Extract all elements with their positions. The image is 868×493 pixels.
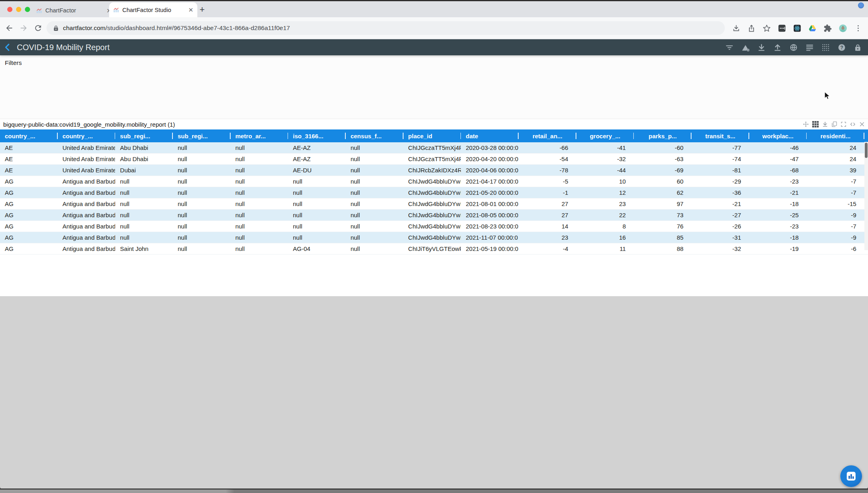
back-chevron-icon[interactable]: [3, 42, 12, 52]
bookmark-star-icon[interactable]: [763, 24, 771, 32]
table-cell: 10: [576, 176, 634, 187]
column-header[interactable]: grocery_...: [576, 129, 634, 142]
table-cell: 8: [576, 221, 634, 232]
column-header[interactable]: metro_ar...: [231, 129, 288, 142]
move-icon[interactable]: [803, 121, 809, 127]
download-icon[interactable]: [758, 44, 765, 51]
code-icon[interactable]: [850, 121, 856, 127]
google-drive-extension-icon[interactable]: [808, 24, 817, 32]
table-cell: null: [115, 221, 173, 232]
table-row[interactable]: AGAntigua and BarbudSaint JohnnullnullAG…: [0, 243, 868, 255]
download-icon[interactable]: [822, 121, 828, 127]
minimize-window-button[interactable]: [16, 7, 21, 12]
filter-icon[interactable]: [726, 44, 733, 51]
table-row[interactable]: AEUnited Arab EmirateAbu DhabinullnullAE…: [0, 142, 868, 154]
close-icon[interactable]: [859, 121, 865, 127]
react-devtools-extension-icon[interactable]: [793, 24, 801, 32]
reload-icon[interactable]: [34, 24, 43, 32]
widget-toolbar: [803, 121, 865, 127]
table-cell: 14: [519, 221, 576, 232]
column-header[interactable]: residenti...: [807, 129, 864, 142]
table-scrollbar-thumb[interactable]: [865, 143, 868, 158]
column-header[interactable]: census_f...: [346, 129, 404, 142]
table-cell: -4: [519, 243, 576, 254]
table-cell: Antigua and Barbud: [58, 176, 116, 187]
table-cell: ChIJGczaTT5mXj4R: [404, 154, 461, 164]
download-tray-icon[interactable]: [732, 24, 740, 32]
globe-icon[interactable]: [790, 44, 797, 51]
table-scrollbar-track[interactable]: [864, 142, 868, 250]
extensions-puzzle-icon[interactable]: [823, 24, 832, 32]
password-extension-icon[interactable]: [778, 24, 786, 32]
table-cell: -29: [692, 176, 749, 187]
table-row[interactable]: AEUnited Arab EmirateDubainullnullAE-DUn…: [0, 165, 868, 176]
table-row[interactable]: AEUnited Arab EmirateAbu DhabinullnullAE…: [0, 154, 868, 165]
table-cell: -74: [692, 154, 749, 164]
browser-action-icons: [732, 24, 862, 32]
table-row[interactable]: AGAntigua and Barbudnullnullnullnullnull…: [0, 210, 868, 221]
forward-icon[interactable]: [19, 24, 28, 32]
table-row[interactable]: AGAntigua and Barbudnullnullnullnullnull…: [0, 187, 868, 198]
table-cell: null: [115, 232, 173, 243]
table-row[interactable]: AGAntigua and Barbudnullnullnullnullnull…: [0, 221, 868, 232]
table-cell: null: [346, 176, 404, 187]
profile-avatar[interactable]: [839, 24, 847, 32]
share-icon[interactable]: [747, 24, 756, 32]
column-header[interactable]: workplac...: [749, 129, 807, 142]
table-cell: null: [346, 210, 404, 220]
table-cell: ChIJRcbZakIDXz4R: [404, 165, 461, 176]
column-header[interactable]: date: [461, 129, 519, 142]
zoom-window-button[interactable]: [25, 7, 30, 12]
column-header[interactable]: sub_regi...: [115, 129, 173, 142]
lock-icon[interactable]: [854, 44, 862, 51]
back-icon[interactable]: [5, 24, 14, 32]
table-cell: AG: [0, 198, 58, 209]
https-lock-icon: [53, 25, 59, 31]
widget-title: bigquery-public-data:covid19_google_mobi…: [3, 121, 175, 128]
close-window-button[interactable]: [7, 7, 12, 12]
column-header[interactable]: place_id: [404, 129, 461, 142]
notification-dot: [858, 2, 864, 8]
table-row[interactable]: AGAntigua and Barbudnullnullnullnullnull…: [0, 232, 868, 243]
column-header[interactable]: iso_3166...: [288, 129, 346, 142]
table-cell: null: [173, 221, 231, 232]
table-cell: -7: [807, 221, 864, 232]
fullscreen-icon[interactable]: [841, 121, 846, 127]
address-bar[interactable]: chartfactor.com/studio/dashboard.html#/9…: [47, 21, 725, 35]
table-cell: -41: [576, 142, 634, 153]
table-cell: null: [115, 198, 173, 209]
chart-settings-icon[interactable]: [742, 44, 749, 51]
table-cell: 24: [807, 154, 864, 164]
column-header[interactable]: country_...: [0, 129, 58, 142]
help-icon[interactable]: ?: [838, 44, 846, 51]
dot-grid-icon[interactable]: [822, 44, 829, 51]
table-cell: -63: [634, 154, 692, 164]
upload-icon[interactable]: [774, 44, 781, 51]
add-chart-fab[interactable]: [840, 465, 862, 487]
table-cell: -19: [749, 243, 807, 254]
bar-chart-icon: [846, 471, 857, 482]
dashboard-title: COVID-19 Mobility Report: [17, 43, 110, 52]
table-cell: Abu Dhabi: [115, 154, 173, 164]
menu-kebab-icon[interactable]: [854, 24, 862, 32]
column-header[interactable]: transit_s...: [692, 129, 749, 142]
copy-icon[interactable]: [831, 121, 837, 127]
column-header[interactable]: retail_an...: [519, 129, 576, 142]
table-cell: -31: [692, 232, 749, 243]
grid-view-icon[interactable]: [812, 121, 819, 127]
column-header[interactable]: country_...: [58, 129, 116, 142]
text-lines-icon[interactable]: [806, 44, 813, 51]
table-cell: -54: [519, 154, 576, 164]
column-header[interactable]: sub_regi...: [173, 129, 231, 142]
close-tab-icon[interactable]: ✕: [188, 7, 193, 13]
table-cell: null: [346, 142, 404, 153]
column-header[interactable]: parks_p...: [634, 129, 692, 142]
tab-chartfactor-studio[interactable]: ChartFactor Studio ✕: [109, 2, 197, 17]
new-tab-button[interactable]: +: [197, 4, 208, 15]
table-row[interactable]: AGAntigua and Barbudnullnullnullnullnull…: [0, 198, 868, 210]
table-row[interactable]: AGAntigua and Barbudnullnullnullnullnull…: [0, 176, 868, 187]
table-cell: 2020-03-28 00:00:0: [461, 142, 519, 153]
tab-chartfactor[interactable]: ChartFactor ✕: [32, 4, 116, 17]
table-cell: 2021-04-17 00:00:0: [461, 176, 519, 187]
desktop-strip: [0, 489, 868, 493]
